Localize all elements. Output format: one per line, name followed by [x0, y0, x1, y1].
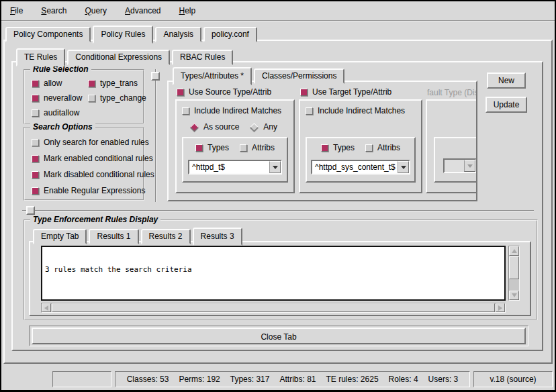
chevron-down-icon[interactable]	[269, 161, 281, 173]
target-criteria-frame: Include Indirect Matches Types Attribs	[299, 99, 422, 193]
checkbox-auditallow[interactable]: auditallow	[32, 108, 84, 117]
vertical-scroll-thumb[interactable]	[509, 256, 519, 279]
scroll-down-icon[interactable]	[509, 291, 519, 300]
te-rules-page: Rule Selection allow type_trans neverall…	[11, 61, 543, 351]
combobox-value[interactable]: ^httpd_sys_content_t$	[312, 161, 398, 173]
tab-policy-components[interactable]: Policy Components	[5, 27, 91, 42]
chevron-down-icon	[464, 160, 475, 172]
main-tab-bar: Policy Components Policy Rules Analysis …	[5, 26, 259, 42]
status-version-panel: v.18 (source)	[473, 371, 553, 387]
source-criteria-frame: Include Indirect Matches As source Any	[175, 99, 295, 193]
radio-any[interactable]: Any	[250, 122, 277, 132]
checkbox-indicator-icon	[195, 144, 203, 152]
checkbox-enable-regex[interactable]: Enable Regular Expressions	[32, 186, 143, 195]
checkbox-indicator-icon	[32, 155, 39, 162]
app-window: File Search Query Advanced Help Policy C…	[0, 0, 556, 392]
menu-advanced[interactable]: Advanced	[125, 6, 160, 15]
menu-search[interactable]: Search	[41, 6, 66, 15]
rule-selection-group: Rule Selection allow type_trans neverall…	[24, 69, 144, 124]
close-tab-frame: Close Tab	[29, 326, 528, 346]
scroll-up-icon[interactable]	[509, 246, 519, 256]
results-vertical-scrollbar[interactable]	[508, 246, 520, 301]
stat-classes: Classes: 53	[127, 375, 169, 384]
tab-conditional-expressions[interactable]: Conditional Expressions	[67, 50, 170, 65]
radio-label: As source	[203, 122, 239, 132]
te-tab-bar: TE Rules Conditional Expressions RBAC Ru…	[16, 48, 235, 65]
checkbox-indicator-icon	[32, 187, 39, 195]
checkbox-label: type_trans	[100, 79, 138, 88]
checkbox-type-trans[interactable]: type_trans	[88, 79, 146, 88]
checkbox-indicator-icon	[32, 95, 39, 102]
update-button[interactable]: Update	[485, 97, 527, 113]
stat-perms: Perms: 192	[179, 375, 220, 384]
tab-results-1[interactable]: Results 1	[89, 229, 138, 244]
menu-help[interactable]: Help	[179, 6, 195, 15]
close-tab-button[interactable]: Close Tab	[32, 328, 526, 344]
combobox-value[interactable]: ^httpd_t$	[189, 161, 269, 173]
default-type-inner-frame	[434, 137, 477, 183]
radio-indicator-icon	[250, 123, 259, 132]
new-button[interactable]: New	[487, 72, 526, 89]
scroll-left-icon[interactable]	[42, 303, 51, 312]
checkbox-indicator-icon	[32, 109, 39, 117]
scroll-right-icon[interactable]	[496, 303, 505, 312]
radio-label: Any	[263, 122, 277, 132]
vertical-sash-handle[interactable]	[151, 72, 160, 81]
checkbox-use-source-type[interactable]: Use Source Type/Attrib	[177, 87, 271, 97]
tab-empty-tab[interactable]: Empty Tab	[33, 229, 87, 244]
results-header-line: 3 rules match the search criteria	[45, 265, 502, 274]
tab-results-3[interactable]: Results 3	[193, 228, 242, 246]
combobox-value	[445, 160, 464, 172]
checkbox-indicator-icon	[32, 139, 39, 146]
checkbox-mark-disabled-conditional[interactable]: Mark disabled conditional rules	[32, 170, 143, 179]
tab-analysis[interactable]: Analysis	[155, 27, 201, 42]
checkbox-indicator-icon	[365, 144, 373, 152]
checkbox-label: Use Target Type/Attrib	[312, 87, 391, 97]
tab-policy-conf[interactable]: policy.conf	[203, 27, 257, 42]
checkbox-source-types[interactable]: Types	[195, 143, 229, 152]
criteria-tab-bar: Types/Attributes * Classes/Permissions	[173, 67, 346, 84]
checkbox-label: Attribs	[252, 143, 275, 152]
checkbox-indicator-icon	[321, 144, 328, 152]
checkbox-target-types[interactable]: Types	[321, 143, 355, 152]
checkbox-neverallow[interactable]: neverallow	[32, 93, 84, 103]
checkbox-label: Attribs	[377, 143, 400, 152]
target-types-frame: Types Attribs ^httpd_sys_content_t$	[306, 137, 416, 183]
checkbox-target-indirect[interactable]: Include Indirect Matches	[306, 106, 405, 115]
search-options-title: Search Options	[30, 122, 95, 132]
checkbox-allow[interactable]: allow	[32, 79, 84, 88]
checkbox-source-indirect[interactable]: Include Indirect Matches	[182, 106, 281, 115]
horizontal-scroll-thumb[interactable]	[52, 303, 495, 312]
checkbox-use-target-type[interactable]: Use Target Type/Attrib	[300, 87, 391, 97]
tab-policy-rules[interactable]: Policy Rules	[93, 26, 153, 44]
results-text-area[interactable]: 3 rules match the search criteria (5822)…	[41, 246, 506, 301]
menu-file[interactable]: File	[10, 6, 23, 15]
checkbox-indicator-icon	[240, 144, 247, 152]
version-label: v.18 (source)	[490, 375, 536, 384]
menu-query[interactable]: Query	[85, 6, 107, 15]
source-type-combobox[interactable]: ^httpd_t$	[188, 160, 282, 175]
radio-indicator-icon	[190, 123, 199, 132]
checkbox-type-change[interactable]: type_change	[88, 93, 146, 103]
horizontal-sash-handle[interactable]	[26, 206, 35, 215]
results-page: 3 rules match the search criteria (5822)…	[29, 241, 531, 316]
checkbox-label: allow	[44, 79, 62, 88]
checkbox-only-enabled-rules[interactable]: Only search for enabled rules	[32, 138, 143, 147]
results-horizontal-scrollbar[interactable]	[41, 303, 506, 313]
target-type-combobox[interactable]: ^httpd_sys_content_t$	[311, 160, 410, 175]
results-display-group: Type Enforcement Rules Display Empty Tab…	[24, 219, 538, 320]
tab-types-attributes[interactable]: Types/Attributes *	[173, 67, 252, 85]
checkbox-source-attribs[interactable]: Attribs	[240, 143, 275, 152]
tab-te-rules[interactable]: TE Rules	[16, 48, 65, 66]
source-types-frame: Types Attribs ^httpd_t$	[182, 137, 288, 183]
tab-results-2[interactable]: Results 2	[141, 229, 191, 244]
checkbox-target-attribs[interactable]: Attribs	[365, 143, 400, 152]
tab-classes-permissions[interactable]: Classes/Permissions	[254, 68, 344, 84]
chevron-down-icon[interactable]	[398, 161, 409, 173]
checkbox-label: Enable Regular Expressions	[44, 186, 145, 195]
checkbox-mark-enabled-conditional[interactable]: Mark enabled conditional rules	[32, 154, 143, 163]
checkbox-label: neverallow	[44, 93, 82, 103]
status-stats-panel: Classes: 53 Perms: 192 Types: 317 Attrib…	[115, 371, 470, 387]
tab-rbac-rules[interactable]: RBAC Rules	[172, 50, 233, 65]
radio-as-source[interactable]: As source	[190, 122, 239, 132]
